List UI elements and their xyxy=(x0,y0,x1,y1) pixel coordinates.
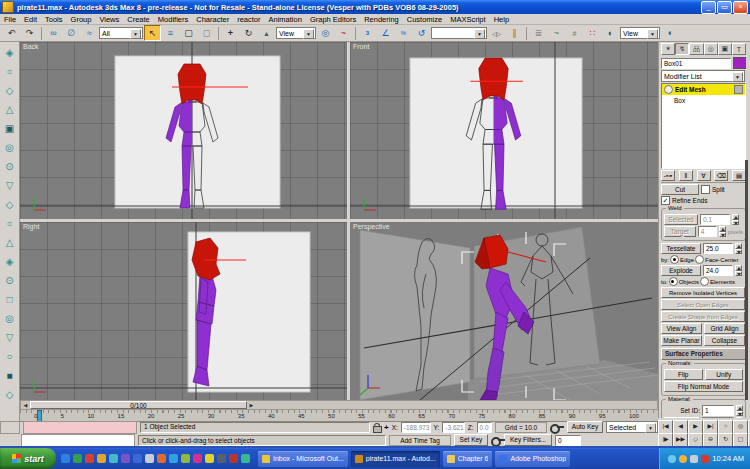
quick-launch-icon[interactable] xyxy=(229,454,238,463)
explode-button[interactable]: Explode xyxy=(661,265,701,276)
redo-icon[interactable] xyxy=(21,25,38,41)
zoom-icon[interactable]: ○ xyxy=(718,420,733,434)
menu-tools[interactable]: Tools xyxy=(45,15,63,24)
maxscript-macro-recorder[interactable] xyxy=(23,421,137,434)
select-by-name-icon[interactable] xyxy=(162,25,179,41)
tessellate-field[interactable]: 25.0 xyxy=(703,243,733,254)
go-to-start-icon[interactable]: |◀ xyxy=(658,420,673,434)
current-frame-field[interactable]: 0 xyxy=(555,435,581,446)
weld-target-field[interactable]: 4 xyxy=(698,226,717,237)
reactor-icon[interactable]: ⊙ xyxy=(2,272,18,288)
reactor-icon[interactable]: ○ xyxy=(2,348,18,364)
transform-typein-icon[interactable]: + xyxy=(384,423,389,432)
tab-utilities-icon[interactable]: T xyxy=(732,43,746,55)
undo-icon[interactable] xyxy=(3,25,20,41)
menu-rendering[interactable]: Rendering xyxy=(364,15,399,24)
quick-launch-icon[interactable] xyxy=(145,454,154,463)
reactor-icon[interactable]: □ xyxy=(2,291,18,307)
unlink-selection-icon[interactable] xyxy=(63,25,80,41)
set-keys-icon[interactable] xyxy=(491,436,501,444)
menu-animation[interactable]: Animation xyxy=(269,15,302,24)
quick-launch-icon[interactable] xyxy=(205,454,214,463)
taskbar-item-3dsmax[interactable]: pirate11.max - Autod... xyxy=(351,451,440,467)
align-icon[interactable] xyxy=(506,25,523,41)
reactor-icon[interactable]: ◈ xyxy=(2,44,18,60)
menu-reactor[interactable]: reactor xyxy=(237,15,260,24)
use-pivot-center-icon[interactable] xyxy=(317,25,334,41)
tab-create-icon[interactable]: ✶ xyxy=(661,43,675,55)
y-coordinate-field[interactable]: -3.621 xyxy=(442,422,464,433)
elements-radio[interactable] xyxy=(700,277,709,286)
taskbar-item-inbox[interactable]: Inbox - Microsoft Out... xyxy=(258,451,348,467)
viewport-right-label[interactable]: Right xyxy=(23,223,39,230)
time-slider-next-icon[interactable]: ▶ xyxy=(247,401,256,409)
select-id-button[interactable]: Select ID xyxy=(664,417,700,418)
objects-radio[interactable] xyxy=(669,277,678,286)
x-coordinate-field[interactable]: -188.973 xyxy=(401,422,431,433)
menu-graph-editors[interactable]: Graph Editors xyxy=(310,15,356,24)
quick-launch-icon[interactable] xyxy=(97,454,106,463)
unify-button[interactable]: Unify xyxy=(705,369,744,380)
reactor-icon[interactable]: ⊙ xyxy=(2,158,18,174)
quick-launch-icon[interactable] xyxy=(157,454,166,463)
tab-hierarchy-icon[interactable]: 品 xyxy=(689,43,703,55)
show-end-result-icon[interactable]: ‖ xyxy=(679,170,693,181)
render-preset-dropdown[interactable]: View xyxy=(620,27,660,39)
minimize-button[interactable]: _ xyxy=(701,1,716,14)
set-key-button[interactable]: Set Key xyxy=(454,434,488,446)
tray-icon[interactable] xyxy=(690,455,698,463)
reactor-icon[interactable]: ◇ xyxy=(2,196,18,212)
weld-target-button[interactable]: Target xyxy=(664,226,696,237)
quick-launch-icon[interactable] xyxy=(241,454,250,463)
select-and-manipulate-icon[interactable] xyxy=(335,25,352,41)
reactor-icon[interactable]: ▽ xyxy=(2,177,18,193)
curve-editor-icon[interactable] xyxy=(548,25,565,41)
window-crossing-icon[interactable] xyxy=(198,25,215,41)
menu-edit[interactable]: Edit xyxy=(24,15,37,24)
weld-selected-field[interactable]: 0.1 xyxy=(700,214,730,225)
select-and-scale-icon[interactable] xyxy=(258,25,275,41)
select-and-rotate-icon[interactable] xyxy=(240,25,257,41)
tray-icon[interactable] xyxy=(679,455,687,463)
reactor-icon[interactable]: ○ xyxy=(2,215,18,231)
visibility-bulb-icon[interactable] xyxy=(664,85,673,94)
tray-icon[interactable] xyxy=(668,455,676,463)
pan-view-icon[interactable]: ⊖ xyxy=(703,433,718,447)
reactor-icon[interactable]: ◇ xyxy=(2,82,18,98)
reactor-icon[interactable]: ▽ xyxy=(2,329,18,345)
subobject-toggle-icon[interactable] xyxy=(734,85,743,94)
object-color-swatch[interactable] xyxy=(733,57,746,69)
viewport-right[interactable]: Right xyxy=(20,222,347,400)
key-mode-icon[interactable] xyxy=(550,423,564,431)
menu-customize[interactable]: Customize xyxy=(407,15,442,24)
material-editor-icon[interactable] xyxy=(584,25,601,41)
quick-launch-icon[interactable] xyxy=(181,454,190,463)
tab-modify-icon[interactable]: ↯ xyxy=(675,43,689,55)
viewport-front-label[interactable]: Front xyxy=(353,43,369,50)
viewport-back[interactable]: Back xyxy=(20,42,347,219)
select-open-edges-button[interactable]: Select Open Edges xyxy=(661,299,745,310)
make-unique-icon[interactable]: ∀ xyxy=(697,170,711,181)
object-name-field[interactable]: Box01 xyxy=(661,58,731,69)
quick-launch-icon[interactable] xyxy=(61,454,70,463)
taskbar-item-chapter6[interactable]: Chapter 6 xyxy=(443,451,493,467)
viewport-back-label[interactable]: Back xyxy=(23,43,39,50)
menu-help[interactable]: Help xyxy=(494,15,509,24)
named-selection-sets-dropdown[interactable] xyxy=(431,27,487,39)
key-step-icon[interactable]: |▶ xyxy=(658,433,673,447)
reactor-icon[interactable]: △ xyxy=(2,234,18,250)
key-filters-button[interactable]: Key Filters... xyxy=(504,434,552,446)
face-center-radio[interactable] xyxy=(695,255,704,264)
menu-create[interactable]: Create xyxy=(127,15,150,24)
go-to-end-icon[interactable]: ▶| xyxy=(703,420,718,434)
reactor-icon[interactable]: ○ xyxy=(2,63,18,79)
quick-launch-icon[interactable] xyxy=(85,454,94,463)
quick-launch-icon[interactable] xyxy=(169,454,178,463)
reactor-icon[interactable]: △ xyxy=(2,101,18,117)
tab-display-icon[interactable]: ▣ xyxy=(718,43,732,55)
z-coordinate-field[interactable]: 0.0 xyxy=(477,422,492,433)
weld-selected-button[interactable]: Selected xyxy=(664,214,698,225)
explode-spinner[interactable] xyxy=(735,265,742,276)
restore-button[interactable]: ▭ xyxy=(717,1,732,14)
refine-ends-checkbox[interactable]: ✓ xyxy=(661,196,670,205)
